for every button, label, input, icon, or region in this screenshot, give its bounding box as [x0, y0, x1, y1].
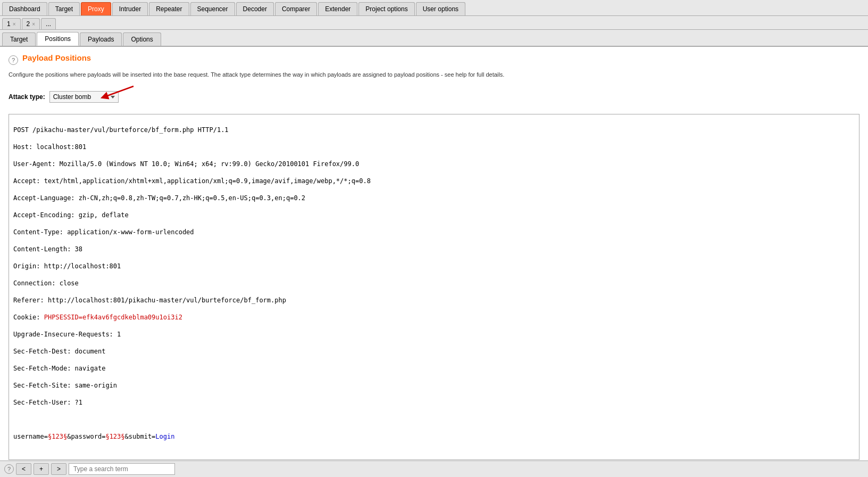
tab-comparer[interactable]: Comparer — [275, 2, 317, 15]
description-text: Configure the positions where payloads w… — [9, 71, 859, 79]
request-tab-1[interactable]: 1 × — [2, 18, 21, 29]
request-tab-more[interactable]: ... — [41, 18, 56, 29]
req-line-13: Upgrade-Insecure-Requests: 1 — [13, 330, 855, 339]
req-line-3: User-Agent: Mozilla/5.0 (Windows NT 10.0… — [13, 159, 855, 169]
req-line-payload: username=§123§&password=§123§&submit=Log… — [13, 432, 855, 441]
tab-target[interactable]: Target — [48, 2, 80, 15]
tab-extender[interactable]: Extender — [318, 2, 357, 15]
req-line-7: Content-Type: application/x-www-form-url… — [13, 227, 855, 237]
payload-submit: Login — [155, 433, 174, 440]
req-line-4: Accept: text/html,application/xhtml+xml,… — [13, 176, 855, 186]
main-content: ? Payload Positions Configure the positi… — [0, 47, 868, 477]
req-line-14: Sec-Fetch-Dest: document — [13, 347, 855, 356]
req-line-2: Host: localhost:801 — [13, 142, 855, 152]
req-line-1: POST /pikachu-master/vul/burteforce/bf_f… — [13, 125, 855, 135]
tab-decoder[interactable]: Decoder — [236, 2, 274, 15]
section-help-icon[interactable]: ? — [9, 55, 18, 65]
payload-marker-2: §123§ — [105, 433, 124, 440]
tab-user-options[interactable]: User options — [416, 2, 465, 15]
tab-proxy[interactable]: Proxy — [81, 2, 111, 15]
req-line-5: Accept-Language: zh-CN,zh;q=0.8,zh-TW;q=… — [13, 193, 855, 203]
req-line-9: Origin: http://localhost:801 — [13, 261, 855, 271]
prev-button[interactable]: < — [16, 463, 31, 475]
req-line-10: Connection: close — [13, 278, 855, 288]
payload-marker-1: §123§ — [48, 433, 67, 440]
tab-dashboard[interactable]: Dashboard — [2, 2, 47, 15]
close-req-tab-1[interactable]: × — [13, 21, 16, 27]
close-req-tab-2[interactable]: × — [32, 21, 35, 27]
request-wrapper: POST /pikachu-master/vul/burteforce/bf_f… — [9, 114, 859, 477]
bottom-help-icon[interactable]: ? — [4, 464, 14, 474]
sub-tabs-row: Target Positions Payloads Options — [0, 30, 868, 47]
top-nav: Dashboard Target Proxy Intruder Repeater… — [0, 0, 868, 16]
attack-type-row: Attack type: Sniper Battering ram Pitchf… — [9, 86, 859, 108]
req-line-17: Sec-Fetch-User: ?1 — [13, 398, 855, 407]
subtab-target[interactable]: Target — [2, 32, 36, 46]
arrow-to-cluster-bomb — [91, 84, 133, 105]
tab-repeater[interactable]: Repeater — [149, 2, 189, 15]
subtab-options[interactable]: Options — [123, 32, 161, 46]
req-line-8: Content-Length: 38 — [13, 244, 855, 254]
req-line-15: Sec-Fetch-Mode: navigate — [13, 364, 855, 373]
req-line-6: Accept-Encoding: gzip, deflate — [13, 210, 855, 220]
section-title: Payload Positions — [22, 53, 91, 62]
cookie-value: PHPSESSID=efk4av6fgcdkeblma09u1oi3i2 — [44, 314, 182, 321]
add-button[interactable]: + — [34, 463, 49, 475]
subtab-positions[interactable]: Positions — [37, 32, 79, 46]
req-line-16: Sec-Fetch-Site: same-origin — [13, 381, 855, 390]
tab-sequencer[interactable]: Sequencer — [190, 2, 235, 15]
subtab-payloads[interactable]: Payloads — [80, 32, 122, 46]
req-tab-label-2: 2 — [27, 20, 30, 28]
svg-line-1 — [104, 86, 133, 97]
request-tabs-row: 1 × 2 × ... — [0, 16, 868, 30]
req-line-11: Referer: http://localhost:801/pikachu-ma… — [13, 295, 855, 305]
request-tab-2[interactable]: 2 × — [22, 18, 40, 29]
request-content[interactable]: POST /pikachu-master/vul/burteforce/bf_f… — [9, 114, 859, 460]
tab-intruder[interactable]: Intruder — [112, 2, 148, 15]
bottom-toolbar: ? < + > — [0, 460, 868, 477]
search-input[interactable] — [69, 463, 175, 475]
tab-project-options[interactable]: Project options — [358, 2, 414, 15]
req-line-12: Cookie: PHPSESSID=efk4av6fgcdkeblma09u1o… — [13, 312, 855, 322]
attack-type-label: Attack type: — [9, 93, 45, 101]
next-button[interactable]: > — [51, 463, 66, 475]
req-tab-label-1: 1 — [7, 20, 11, 28]
req-line-blank — [13, 415, 855, 424]
